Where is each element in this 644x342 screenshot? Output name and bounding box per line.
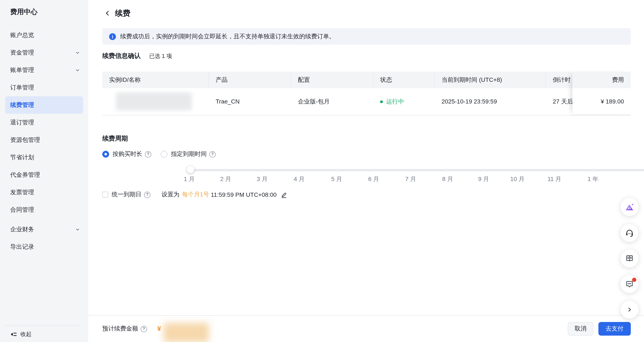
sidebar-item-1[interactable]: 资金管理 [5, 44, 83, 61]
confirm-section-header: 续费信息确认 已选 1 项 [102, 52, 172, 60]
chevron-right-icon [625, 305, 634, 314]
slider-track[interactable] [189, 169, 644, 171]
sidebar-item-label: 节省计划 [10, 154, 80, 161]
sidebar-item-label: 合同管理 [10, 206, 80, 214]
slider-label: 10 月 [510, 175, 525, 183]
pencil-icon [281, 191, 287, 198]
amount-blurred [164, 323, 209, 342]
sidebar-divider [5, 326, 80, 326]
help-icon[interactable]: ? [145, 151, 151, 157]
expire-time-cell: 2025-10-19 23:59:59 [435, 88, 546, 115]
sidebar-collapse-button[interactable]: 收起 [10, 331, 32, 338]
slider-tick [554, 168, 555, 172]
main-content: 续费 i 续费成功后，实例的到期时间会立即延长，且不支持单独退订未生效的续费订单… [88, 0, 644, 342]
info-icon: i [109, 33, 116, 40]
slider-tick [593, 168, 594, 172]
back-button[interactable] [104, 10, 110, 16]
headset-icon [625, 228, 634, 238]
sidebar-item-3[interactable]: 订单管理 [5, 79, 83, 96]
slider-label: 1 月 [184, 175, 194, 183]
page-title: 续费 [115, 8, 130, 18]
unify-expiry-row: 统一到期日 ? 设置为 每个月1号 11:59:59 PM UTC+08:00 [102, 190, 287, 199]
sidebar-item-label: 账户总览 [10, 31, 80, 39]
footer-buttons: 取消 去支付 [568, 322, 631, 336]
slider-label: 8 月 [442, 175, 453, 183]
sidebar-item-label: 发票管理 [10, 188, 80, 196]
status-cell: 运行中 [373, 88, 435, 115]
fee-column-header: 费用 [572, 71, 631, 88]
sidebar-item-0[interactable]: 账户总览 [5, 26, 83, 44]
unify-date-highlight: 每个月1号 [182, 191, 209, 198]
slider-label: 5 月 [331, 175, 342, 183]
sidebar-title: 费用中心 [0, 0, 88, 16]
chevron-down-icon [76, 227, 80, 232]
radio-by-duration-label: 按购买时长 [112, 150, 142, 158]
sidebar-item-5[interactable]: 退订管理 [5, 114, 83, 131]
sidebar-item-12[interactable]: 导出记录 [5, 238, 83, 256]
column-header: 实例ID/名称 [102, 71, 209, 88]
unify-expiry-checkbox[interactable] [102, 192, 108, 198]
pay-button[interactable]: 去支付 [598, 322, 631, 336]
table-header: 实例ID/名称产品配置状态当前到期时间 (UTC+8)倒计时 [102, 71, 631, 88]
slider-tick [410, 168, 411, 172]
help-icon[interactable]: ? [144, 191, 150, 198]
slider-label: 1 年 [588, 175, 598, 183]
sidebar-item-6[interactable]: 资源包管理 [5, 131, 83, 149]
sidebar-item-9[interactable]: 发票管理 [5, 184, 83, 201]
feedback-button[interactable] [620, 275, 638, 293]
estimated-amount-label: 预计续费金额 [102, 325, 138, 333]
instance-id-blurred [116, 92, 192, 110]
radio-by-duration[interactable] [102, 151, 109, 158]
unify-prefix: 设置为 [162, 191, 180, 198]
slider-label: 4 月 [294, 175, 304, 183]
unify-expiry-label: 统一到期日 [112, 191, 142, 198]
status-dot [380, 100, 383, 103]
sidebar-item-4[interactable]: 续费管理 [5, 96, 83, 114]
column-header: 产品 [209, 71, 291, 88]
help-icon[interactable]: ? [209, 151, 216, 157]
period-section-title: 续费周期 [102, 135, 128, 143]
book-icon [625, 254, 634, 263]
confirm-section-title: 续费信息确认 [102, 52, 141, 60]
expand-panel-button[interactable] [620, 301, 638, 319]
sidebar-item-label: 导出记录 [10, 243, 80, 251]
slider-label: 3 月 [257, 175, 268, 183]
billing-renewal-page: 费用中心 账户总览资金管理账单管理订单管理续费管理退订管理资源包管理节省计划代金… [0, 0, 644, 342]
radio-by-expire-date-label: 指定到期时间 [171, 150, 207, 158]
sidebar-item-11[interactable]: 企业财务 [5, 221, 83, 238]
status-text: 运行中 [386, 88, 404, 115]
slider-handle[interactable] [187, 166, 194, 173]
table-row: Trae_CN 企业版-包月 运行中 2025-10-19 23:59:59 2… [102, 88, 631, 115]
fee-pinned-column: 费用 ¥ 189.00 [572, 71, 631, 115]
info-banner: i 续费成功后，实例的到期时间会立即延长，且不支持单独退订未生效的续费订单。 [102, 28, 631, 45]
column-header: 当前到期时间 (UTC+8) [435, 71, 546, 88]
slider-label: 7 月 [405, 175, 416, 183]
radio-by-expire-date[interactable] [161, 151, 168, 158]
slider-label: 6 月 [368, 175, 379, 183]
slider-label: 11 月 [548, 175, 561, 183]
sidebar-item-8[interactable]: 代金券管理 [5, 166, 83, 184]
slider-tick [299, 168, 300, 172]
notification-dot [632, 278, 636, 282]
cancel-button[interactable]: 取消 [568, 322, 593, 336]
help-icon[interactable]: ? [141, 326, 147, 332]
product-cell: Trae_CN [209, 88, 291, 115]
currency-symbol: ¥ [157, 325, 161, 333]
sidebar-item-7[interactable]: 节省计划 [5, 149, 83, 166]
footer-bar: 预计续费金额 ? ¥ 取消 去支付 [88, 315, 644, 342]
sidebar-item-label: 订单管理 [10, 84, 80, 91]
sidebar-item-label: 代金券管理 [10, 171, 80, 179]
edit-expiry-button[interactable] [281, 191, 287, 198]
sidebar-item-2[interactable]: 账单管理 [5, 61, 83, 79]
sidebar-item-label: 企业财务 [10, 226, 76, 233]
ai-assistant-button[interactable] [620, 198, 638, 216]
sidebar-item-10[interactable]: 合同管理 [5, 201, 83, 219]
chevron-down-icon [76, 50, 80, 55]
instance-id-cell [102, 88, 209, 115]
selected-count: 已选 1 项 [149, 52, 172, 60]
duration-slider[interactable]: 1 月2 月3 月4 月5 月6 月7 月8 月9 月10 月11 月1 年2 … [189, 162, 644, 182]
slider-tick [517, 168, 518, 172]
docs-button[interactable] [620, 250, 638, 268]
fee-cell: ¥ 189.00 [572, 88, 631, 115]
support-button[interactable] [620, 224, 638, 242]
